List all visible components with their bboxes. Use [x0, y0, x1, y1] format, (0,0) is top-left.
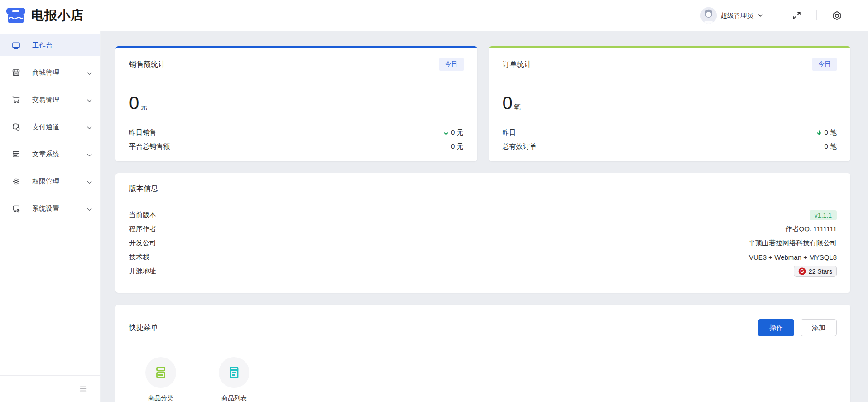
version-row: 开源地址 G 22 Stars [129, 264, 837, 278]
quick-item-product-list[interactable]: 商品列表 [219, 357, 249, 402]
version-rows: 当前版本 v1.1.1 程序作者 作者QQ: 1111111 开发公司 平顶山若… [129, 208, 837, 278]
chevron-down-icon [87, 123, 92, 131]
card-title: 版本信息 [129, 184, 158, 192]
sales-amount: 0 [129, 93, 139, 113]
big-value: 0元 [129, 93, 464, 113]
sidebar-item-label: 商城管理 [32, 68, 87, 77]
payment-icon [12, 123, 20, 131]
monitor-icon [12, 41, 20, 50]
sidebar-item-mall-management[interactable]: 商城管理 [0, 62, 100, 83]
orders-amount: 0 [503, 93, 513, 113]
app-logo: 电报小店 [0, 6, 84, 25]
trend-down-icon [443, 130, 449, 136]
stat-row: 平台总销售额 0 元 [129, 140, 464, 154]
sidebar-item-label: 交易管理 [32, 96, 87, 104]
stat-row-label: 平台总销售额 [129, 142, 170, 151]
card-header: 销售额统计 今日 [115, 48, 477, 81]
chevron-down-icon [87, 178, 92, 185]
system-icon [12, 204, 20, 213]
stat-rows: 昨日 0 笔 总有效订单 0 笔 [503, 126, 837, 154]
quick-item-label: 商品分类 [148, 394, 173, 402]
app-title: 电报小店 [31, 7, 84, 24]
header-divider [816, 10, 817, 20]
sidebar-item-label: 系统设置 [32, 204, 87, 213]
settings-button[interactable] [830, 9, 844, 22]
stat-row: 昨日 0 笔 [503, 126, 837, 140]
quick-menu-items: 商品分类 商品列表 [129, 357, 837, 402]
sidebar-item-label: 文章系统 [32, 150, 87, 159]
hamburger-icon [79, 385, 87, 392]
quick-item-label: 商品列表 [221, 394, 247, 402]
fullscreen-expand-button[interactable] [791, 10, 803, 22]
chevron-down-icon [87, 205, 92, 213]
quick-item-circle [145, 357, 176, 388]
stat-row-label: 昨日销售 [129, 128, 156, 137]
chevron-down-icon [87, 96, 92, 104]
card-title: 快捷菜单 [129, 323, 158, 333]
version-row-label: 开源地址 [129, 267, 156, 276]
stat-rows: 昨日销售 0 元 平台总销售额 0 元 [129, 126, 464, 154]
order-stats-card: 订单统计 今日 0笔 昨日 0 笔 [489, 46, 851, 161]
card-body: 0笔 昨日 0 笔 总有效订单 [489, 81, 851, 154]
sidebar-item-label: 工作台 [32, 41, 92, 50]
sidebar-item-article-system[interactable]: 文章系统 [0, 143, 100, 165]
version-row-label: 程序作者 [129, 225, 156, 233]
stat-row: 总有效订单 0 笔 [503, 140, 837, 154]
sales-stats-card: 销售额统计 今日 0元 昨日销售 0 元 [115, 46, 477, 161]
sidebar-item-trade-management[interactable]: 交易管理 [0, 89, 100, 111]
add-button[interactable]: 添加 [801, 319, 837, 336]
version-row-label: 当前版本 [129, 211, 156, 219]
app-header: 电报小店 超级管理员 [0, 0, 868, 31]
sales-unit: 元 [140, 103, 147, 111]
sidebar-collapse-button[interactable] [77, 383, 89, 394]
quick-menu-header: 快捷菜单 操作 添加 [129, 319, 837, 336]
quick-item-circle [219, 357, 249, 388]
quick-item-product-categories[interactable]: 商品分类 [145, 357, 176, 402]
user-menu[interactable]: 超级管理员 [700, 7, 763, 24]
card-header: 订单统计 今日 [489, 48, 851, 81]
shop-logo-icon [5, 6, 26, 25]
stat-row-value: 0 笔 [824, 142, 837, 151]
stat-row-value: 0 笔 [816, 128, 837, 137]
sidebar-footer [0, 375, 100, 402]
gitee-stars-badge[interactable]: G 22 Stars [794, 266, 837, 277]
quick-menu-actions: 操作 添加 [758, 319, 837, 336]
sidebar-item-workbench[interactable]: 工作台 [0, 34, 100, 56]
version-row: 程序作者 作者QQ: 1111111 [129, 222, 837, 236]
sidebar-item-system-settings[interactable]: 系统设置 [0, 198, 100, 219]
gitee-icon: G [798, 267, 806, 275]
sidebar-item-permission-management[interactable]: 权限管理 [0, 170, 100, 192]
version-info-card: 版本信息 当前版本 v1.1.1 程序作者 作者QQ: 1111111 开发公司… [115, 173, 850, 293]
stat-row: 昨日销售 0 元 [129, 126, 464, 140]
stats-row: 销售额统计 今日 0元 昨日销售 0 元 [115, 46, 850, 161]
chevron-down-icon [87, 150, 92, 158]
version-row: 开发公司 平顶山若拉网络科技有限公司 [129, 236, 837, 250]
today-badge[interactable]: 今日 [812, 58, 837, 71]
orders-unit: 笔 [514, 103, 521, 111]
chevron-down-icon [758, 14, 763, 17]
card-body: 0元 昨日销售 0 元 平台总销售额 [115, 81, 477, 154]
sidebar-item-payment-channels[interactable]: 支付通道 [0, 116, 100, 138]
trend-down-icon [816, 130, 822, 136]
quick-menu-card: 快捷菜单 操作 添加 商品分类 [115, 305, 850, 402]
stat-row-label: 总有效订单 [503, 142, 537, 151]
sidebar-menu: 工作台 商城管理 交易管理 [0, 31, 100, 375]
sidebar-item-label: 支付通道 [32, 123, 87, 131]
article-icon [12, 150, 20, 159]
header-divider [777, 10, 777, 20]
version-row-label: 开发公司 [129, 239, 156, 247]
category-icon [153, 365, 168, 380]
sidebar: 工作台 商城管理 交易管理 [0, 31, 101, 402]
card-title: 销售额统计 [129, 60, 165, 69]
operate-button[interactable]: 操作 [758, 319, 794, 336]
user-name: 超级管理员 [721, 11, 754, 20]
card-title: 订单统计 [503, 60, 532, 69]
svg-text:G: G [800, 268, 804, 274]
avatar[interactable] [700, 7, 717, 24]
sidebar-item-label: 权限管理 [32, 177, 87, 186]
stat-row-label: 昨日 [503, 128, 516, 137]
main-content: 销售额统计 今日 0元 昨日销售 0 元 [101, 31, 868, 402]
today-badge[interactable]: 今日 [439, 58, 464, 71]
header-controls: 超级管理员 [700, 7, 868, 24]
gear-icon [12, 177, 20, 186]
